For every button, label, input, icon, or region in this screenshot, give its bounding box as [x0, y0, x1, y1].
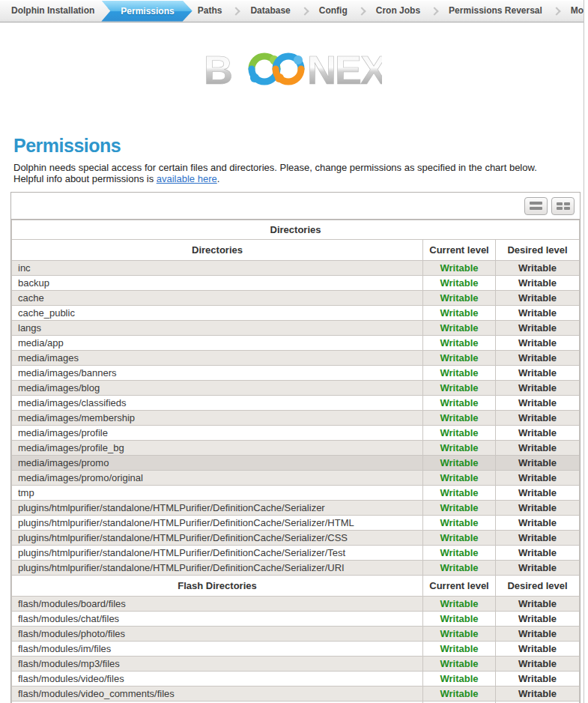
table-row: media/images/blogWritableWritable — [12, 381, 580, 396]
chevron-right-icon — [357, 7, 366, 15]
desired-level-value: Writable — [496, 411, 580, 426]
current-level-value: Writable — [423, 546, 496, 561]
grid-view-icon — [557, 202, 570, 210]
table-row: flash/modules/board/filesWritableWritabl… — [12, 597, 580, 612]
nav-tab-permissions-reversal[interactable]: Permissions Reversal — [439, 0, 552, 22]
nav-tab-modules[interactable]: Modules — [561, 0, 584, 22]
desired-level-value: Writable — [496, 657, 580, 672]
intro-line2-suffix: . — [217, 173, 220, 184]
permissions-table-body: DirectoriesDirectoriesCurrent levelDesir… — [12, 220, 580, 703]
desired-level-value: Writable — [496, 351, 580, 366]
chevron-right-icon — [430, 7, 438, 15]
desired-level-value: Writable — [496, 597, 580, 612]
desired-level-value: Writable — [496, 672, 580, 687]
current-level-value: Writable — [423, 672, 496, 687]
table-row: incWritableWritable — [12, 261, 580, 276]
current-level-value: Writable — [423, 381, 496, 396]
directory-name: inc — [12, 261, 423, 276]
table-row: plugins/htmlpurifier/standalone/HTMLPuri… — [12, 546, 580, 561]
current-level-value: Writable — [423, 426, 496, 441]
list-view-button[interactable] — [524, 197, 548, 215]
grid-view-button[interactable] — [551, 197, 575, 215]
current-level-value: Writable — [423, 486, 496, 501]
current-level-value: Writable — [423, 561, 496, 576]
logo-letter-b: B — [204, 47, 231, 91]
current-level-value: Writable — [423, 612, 496, 627]
directory-name: flash/modules/chat/files — [12, 612, 423, 627]
chevron-right-icon — [552, 7, 560, 15]
desired-level-value: Writable — [496, 381, 580, 396]
desired-level-value: Writable — [496, 306, 580, 321]
nav-tab-paths[interactable]: Paths — [188, 0, 232, 22]
available-here-link[interactable]: available here — [157, 173, 217, 184]
current-level-value: Writable — [423, 261, 496, 276]
table-row: media/images/membershipWritableWritable — [12, 411, 580, 426]
current-level-value: Writable — [423, 597, 496, 612]
table-row: flash/modules/video/filesWritableWritabl… — [12, 672, 580, 687]
column-header-current: Current level — [423, 576, 496, 597]
nav-tab-database[interactable]: Database — [240, 0, 300, 22]
directory-name: media/images — [12, 351, 423, 366]
current-level-value: Writable — [423, 411, 496, 426]
directory-name: plugins/htmlpurifier/standalone/HTMLPuri… — [12, 546, 423, 561]
logo-letters-nex: NEX — [307, 47, 382, 91]
table-row: media/images/profileWritableWritable — [12, 426, 580, 441]
current-level-value: Writable — [423, 456, 496, 471]
current-level-value: Writable — [423, 687, 496, 702]
desired-level-value: Writable — [496, 426, 580, 441]
column-header-dir: Flash Directories — [12, 576, 423, 597]
directory-name: flash/modules/video_comments/files — [12, 687, 423, 702]
directory-name: flash/modules/im/files — [12, 642, 423, 657]
desired-level-value: Writable — [496, 546, 580, 561]
permissions-panel: DirectoriesDirectoriesCurrent levelDesir… — [10, 192, 581, 703]
column-header-dir: Directories — [12, 240, 423, 261]
directory-name: media/app — [12, 336, 423, 351]
table-row: media/images/promoWritableWritable — [12, 456, 580, 471]
list-view-icon — [530, 202, 542, 205]
nav-tab-cron-jobs[interactable]: Cron Jobs — [366, 0, 430, 22]
directory-name: media/images/promo — [12, 456, 423, 471]
current-level-value: Writable — [423, 336, 496, 351]
desired-level-value: Writable — [496, 627, 580, 642]
current-level-value: Writable — [423, 441, 496, 456]
column-header-current: Current level — [423, 240, 496, 261]
current-level-value: Writable — [423, 516, 496, 531]
nav-tab-permissions[interactable]: Permissions — [101, 1, 192, 22]
nav-tab-config[interactable]: Config — [309, 0, 357, 22]
directory-name: plugins/htmlpurifier/standalone/HTMLPuri… — [12, 561, 423, 576]
directory-name: cache — [12, 291, 423, 306]
desired-level-value: Writable — [496, 366, 580, 381]
intro-line1: Dolphin needs special access for certain… — [13, 162, 537, 173]
desired-level-value: Writable — [496, 396, 580, 411]
table-section-title: Directories — [12, 220, 580, 240]
table-row: plugins/htmlpurifier/standalone/HTMLPuri… — [12, 501, 580, 516]
directory-name: plugins/htmlpurifier/standalone/HTMLPuri… — [12, 531, 423, 546]
directory-name: flash/modules/mp3/files — [12, 657, 423, 672]
desired-level-value: Writable — [496, 561, 580, 576]
table-row: media/images/bannersWritableWritable — [12, 366, 580, 381]
desired-level-value: Writable — [496, 486, 580, 501]
boonex-logo: B NEX — [202, 45, 382, 94]
table-row: media/appWritableWritable — [12, 336, 580, 351]
table-row: cacheWritableWritable — [12, 291, 580, 306]
directory-name: tmp — [12, 486, 423, 501]
current-level-value: Writable — [423, 276, 496, 291]
current-level-value: Writable — [423, 642, 496, 657]
directory-name: media/images/promo/original — [12, 471, 423, 486]
table-row: plugins/htmlpurifier/standalone/HTMLPuri… — [12, 561, 580, 576]
table-row: flash/modules/mp3/filesWritableWritable — [12, 657, 580, 672]
current-level-value: Writable — [423, 306, 496, 321]
current-level-value: Writable — [423, 471, 496, 486]
page-title: Permissions — [13, 135, 584, 157]
table-row: backupWritableWritable — [12, 276, 580, 291]
current-level-value: Writable — [423, 321, 496, 336]
directory-name: flash/modules/board/files — [12, 597, 423, 612]
nav-tabs: Dolphin InstallationPermissionsPathsData… — [0, 0, 584, 22]
current-level-value: Writable — [423, 366, 496, 381]
desired-level-value: Writable — [496, 321, 580, 336]
current-level-value: Writable — [423, 291, 496, 306]
table-row: cache_publicWritableWritable — [12, 306, 580, 321]
desired-level-value: Writable — [496, 531, 580, 546]
nav-tab-dolphin-installation[interactable]: Dolphin Installation — [1, 0, 104, 22]
intro-text: Dolphin needs special access for certain… — [13, 162, 584, 184]
